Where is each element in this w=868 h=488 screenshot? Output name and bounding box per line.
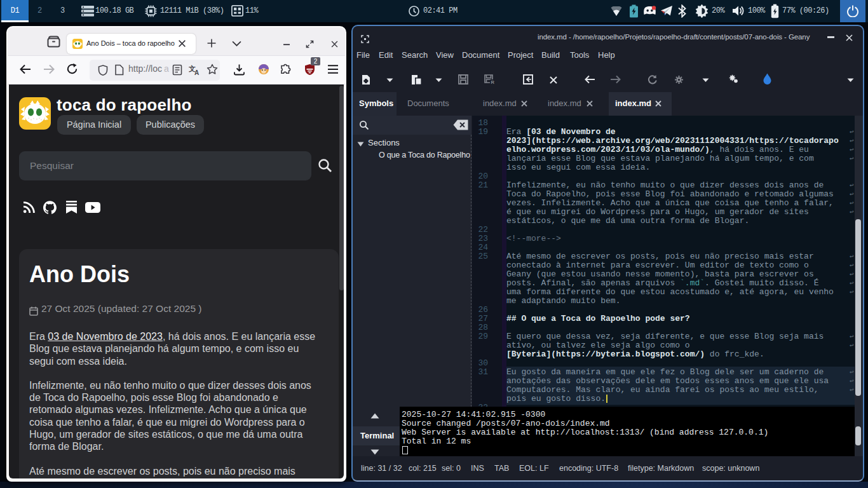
svg-text:R: R: [491, 79, 495, 85]
svg-text:A: A: [194, 69, 199, 76]
